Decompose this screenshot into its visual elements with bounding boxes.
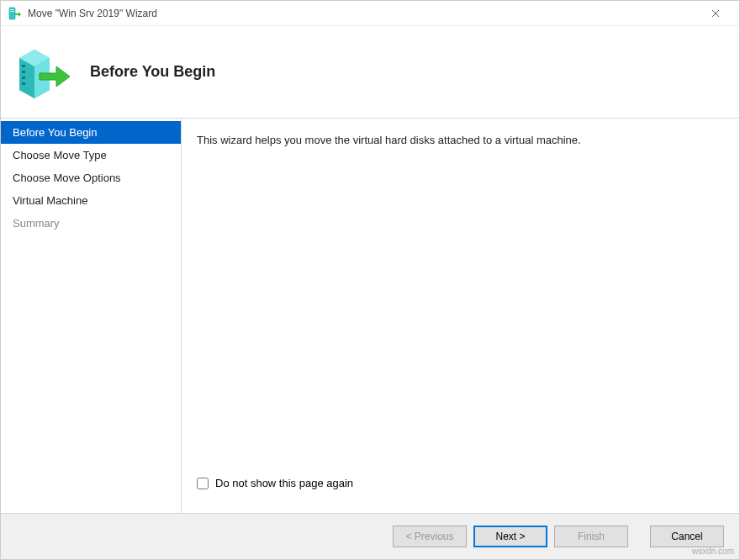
cancel-button[interactable]: Cancel [650,526,724,547]
skip-page-checkbox[interactable] [197,478,209,489]
step-before-you-begin[interactable]: Before You Begin [1,121,181,144]
svg-rect-10 [22,82,25,85]
svg-rect-8 [22,71,25,73]
svg-rect-7 [22,65,25,67]
finish-button: Finish [554,526,628,547]
wizard-header: Before You Begin [1,26,739,119]
step-choose-move-options[interactable]: Choose Move Options [1,166,181,189]
content-area: This wizard helps you move the virtual h… [182,119,739,513]
server-move-icon [13,43,71,102]
wizard-body: Before You Begin Choose Move Type Choose… [1,119,739,513]
wizard-window: Move "Win Srv 2019" Wizard Befo [0,0,740,560]
svg-rect-2 [10,11,14,12]
step-virtual-machine[interactable]: Virtual Machine [1,189,181,212]
close-button[interactable] [699,2,732,25]
svg-rect-1 [10,9,14,10]
steps-sidebar: Before You Begin Choose Move Type Choose… [1,119,182,513]
skip-page-row: Do not show this page again [197,477,722,489]
next-button[interactable]: Next > [473,526,547,547]
wizard-description: This wizard helps you move the virtual h… [197,134,722,146]
wizard-footer: < Previous Next > Finish Cancel [1,513,739,559]
previous-button: < Previous [393,526,467,547]
watermark: wsxdn.com [692,547,734,556]
titlebar: Move "Win Srv 2019" Wizard [1,1,739,26]
app-icon [8,7,21,20]
page-title: Before You Begin [90,63,215,81]
step-summary: Summary [1,212,181,235]
step-choose-move-type[interactable]: Choose Move Type [1,144,181,166]
svg-rect-9 [22,77,25,79]
window-title: Move "Win Srv 2019" Wizard [28,8,699,19]
skip-page-label[interactable]: Do not show this page again [215,477,353,489]
